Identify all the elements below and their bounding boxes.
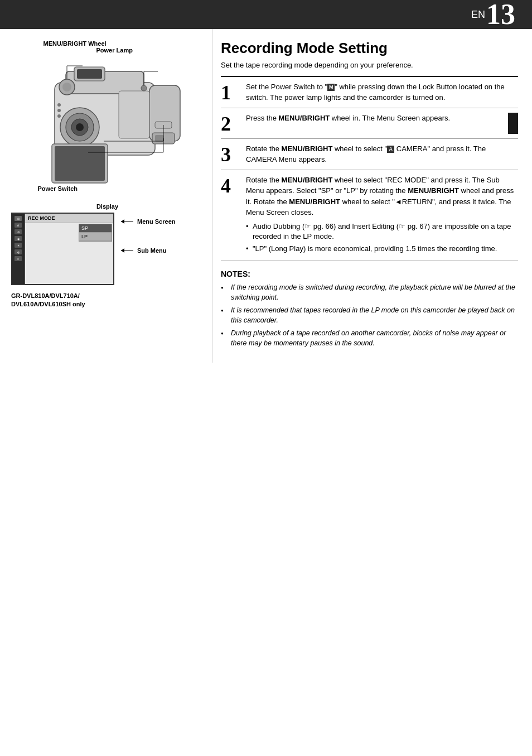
display-label: Display (11, 203, 204, 210)
screen-icon-2: A (14, 223, 22, 228)
right-column: Recording Mode Setting Set the tape reco… (212, 29, 532, 363)
svg-rect-9 (119, 91, 149, 138)
svg-rect-20 (55, 146, 105, 181)
step-4: 4 Rotate the MENU/BRIGHT wheel to select… (221, 170, 518, 262)
svg-point-15 (57, 114, 61, 118)
m-icon: M (327, 84, 335, 91)
step-4-bullets: Audio Dubbing (☞ pg. 66) and Insert Edit… (246, 221, 518, 254)
svg-marker-32 (121, 248, 124, 253)
submenu-area: SP LP (79, 224, 112, 242)
screen-sidebar: ⊞ A ⚙ ◉ ☀ ◐ □ (12, 214, 25, 284)
notes-title: NOTES: (221, 269, 518, 278)
sub-menu-label-row: Sub Menu (120, 247, 175, 254)
sub-menu-arrow (120, 247, 134, 254)
step-3-content: Rotate the MENU/BRIGHT wheel to select "… (246, 143, 518, 165)
step-3-number: 3 (221, 143, 246, 165)
step-2-sidebar-bar (508, 113, 518, 134)
step-2: 2 Press the MENU/BRIGHT wheel in. The Me… (221, 108, 518, 139)
model-note: GR-DVL810A/DVL710A/ DVL610A/DVL610SH onl… (11, 292, 204, 309)
menu-screen-label-row: Menu Screen (120, 218, 175, 225)
svg-point-10 (141, 85, 147, 91)
menu-bright-wheel-label: MENU/BRIGHT Wheel (43, 40, 202, 47)
submenu-item-lp: LP (79, 233, 112, 241)
svg-marker-30 (121, 219, 124, 224)
a-icon: A (387, 146, 394, 153)
display-section: Display ⊞ A ⚙ ◉ ☀ ◐ □ (11, 203, 204, 309)
step-4-bullet-1: Audio Dubbing (☞ pg. 66) and Insert Edit… (246, 221, 518, 242)
left-column: MENU/BRIGHT Wheel Power Lamp (0, 29, 212, 363)
screen-icon-6: ◐ (14, 249, 22, 254)
display-screen: ⊞ A ⚙ ◉ ☀ ◐ □ REC MODE (11, 213, 114, 285)
screen-icon-3: ⚙ (14, 229, 22, 234)
steps-container: 1 Set the Power Switch to "M" while pres… (221, 76, 518, 262)
step-4-content: Rotate the MENU/BRIGHT wheel to select "… (246, 175, 518, 257)
screen-icon-5: ☀ (14, 243, 22, 248)
step-4-number: 4 (221, 175, 246, 257)
main-layout: MENU/BRIGHT Wheel Power Lamp (0, 29, 532, 363)
diagram-area: MENU/BRIGHT Wheel Power Lamp (13, 40, 202, 192)
step-3: 3 Rotate the MENU/BRIGHT wheel to select… (221, 139, 518, 170)
sub-menu-label: Sub Menu (137, 247, 167, 254)
svg-point-14 (57, 109, 61, 112)
note-2: It is recommended that tapes recorded in… (221, 306, 518, 325)
screen-labels: Menu Screen Sub Menu (120, 213, 175, 254)
submenu-item-sp: SP (79, 224, 112, 233)
camcorder-diagram (21, 55, 194, 194)
svg-rect-7 (77, 69, 102, 79)
note-1: If the recording mode is switched during… (221, 283, 518, 302)
svg-point-12 (62, 83, 71, 92)
menu-screen-label: Menu Screen (137, 218, 175, 225)
step-2-number: 2 (221, 113, 246, 134)
screen-icon-4: ◉ (14, 236, 22, 241)
power-lamp-label: Power Lamp (96, 47, 202, 54)
notes-section: NOTES: If the recording mode is switched… (221, 269, 518, 348)
step-2-content: Press the MENU/BRIGHT wheel in. The Menu… (246, 113, 508, 134)
page-number: 13 (486, 0, 515, 29)
section-subtitle: Set the tape recording mode depending on… (221, 61, 518, 69)
rec-mode-bar: REC MODE (25, 214, 113, 223)
header-bar: EN 13 (0, 0, 532, 29)
step-4-bullet-2: "LP" (Long Play) is more economical, pro… (246, 244, 518, 254)
step-1-content: Set the Power Switch to "M" while pressi… (246, 81, 518, 103)
note-3: During playback of a tape recorded on an… (221, 329, 518, 348)
display-screen-wrapper: ⊞ A ⚙ ◉ ☀ ◐ □ REC MODE (11, 213, 204, 285)
screen-main: REC MODE SP LP (25, 214, 113, 284)
svg-point-5 (76, 123, 84, 131)
step-1: 1 Set the Power Switch to "M" while pres… (221, 77, 518, 108)
step-1-number: 1 (221, 81, 246, 103)
menu-screen-arrow (120, 218, 134, 225)
svg-rect-18 (155, 135, 164, 142)
screen-icon-7: □ (14, 256, 22, 261)
screen-icon-1: ⊞ (14, 216, 22, 221)
section-title: Recording Mode Setting (221, 40, 518, 56)
notes-list: If the recording mode is switched during… (221, 283, 518, 348)
svg-point-13 (57, 103, 61, 107)
page-en-label: EN (471, 9, 485, 21)
